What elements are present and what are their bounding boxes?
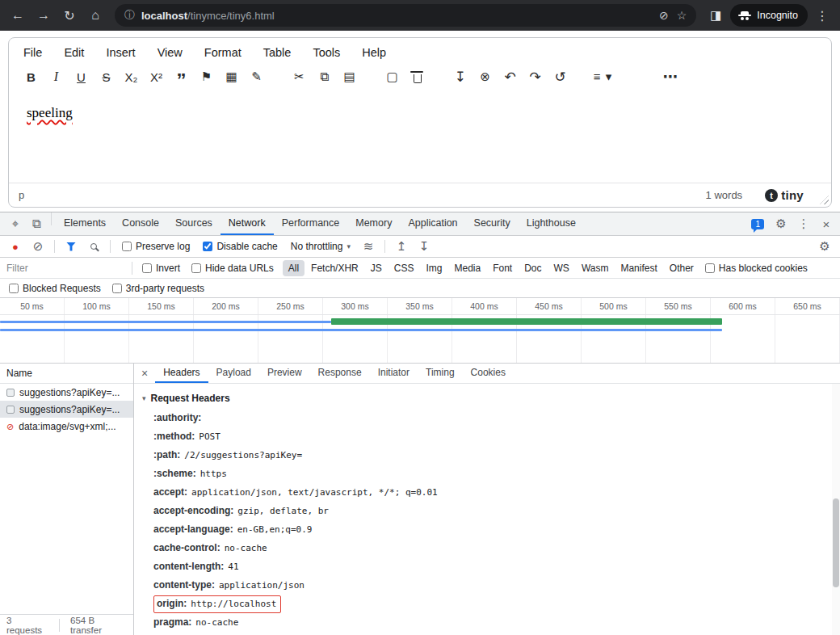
invert-checkbox[interactable]: Invert <box>136 263 186 274</box>
menu-view[interactable]: View <box>158 46 183 59</box>
menu-file[interactable]: File <box>23 46 42 59</box>
password-eye-off-icon[interactable]: ⊘ <box>659 9 669 22</box>
menu-format[interactable]: Format <box>204 46 242 59</box>
tab-elements[interactable]: Elements <box>56 212 114 235</box>
paste-icon[interactable]: ▤ <box>337 65 362 88</box>
filter-doc[interactable]: Doc <box>519 260 547 276</box>
resize-grip[interactable] <box>820 196 829 204</box>
forward-icon[interactable]: → <box>32 4 55 27</box>
issues-badge[interactable]: 1 <box>751 219 764 229</box>
remove-icon[interactable]: ⊗ <box>472 65 498 88</box>
element-path[interactable]: p <box>19 189 24 201</box>
format-painter-icon[interactable]: ⚑ <box>194 65 219 88</box>
tab-console[interactable]: Console <box>114 212 167 235</box>
detail-tab-initiator[interactable]: Initiator <box>370 364 418 383</box>
devtools-settings-icon[interactable]: ⚙ <box>771 212 792 235</box>
third-party-input[interactable] <box>112 284 122 293</box>
name-column-header[interactable]: Name <box>0 364 133 384</box>
request-row-selected[interactable]: suggestions?apiKey=... <box>0 401 133 418</box>
close-detail-icon[interactable]: × <box>134 364 155 383</box>
devtools-more-icon[interactable]: ⋮ <box>793 212 814 235</box>
record-icon[interactable]: ● <box>5 236 26 257</box>
home-icon[interactable]: ⌂ <box>84 4 107 27</box>
throttling-dropdown[interactable]: No throttling ▾ <box>285 241 356 252</box>
filter-manifest[interactable]: Manifest <box>615 260 662 276</box>
scrollbar[interactable] <box>832 384 840 635</box>
export-har-icon[interactable]: ↧ <box>414 236 435 257</box>
underline-icon[interactable]: U <box>69 65 94 88</box>
has-blocked-cookies-input[interactable] <box>705 263 715 273</box>
undo-icon[interactable]: ↶ <box>498 65 523 88</box>
side-panel-icon[interactable]: ◨ <box>704 4 727 27</box>
request-headers-section[interactable]: ▾ Request Headers <box>141 390 827 409</box>
blockquote-icon[interactable]: ” <box>169 65 194 88</box>
download-icon[interactable]: ↧ <box>447 65 472 88</box>
scrollbar-thumb[interactable] <box>833 498 839 587</box>
filter-img[interactable]: Img <box>420 260 447 276</box>
restore-draft-icon[interactable]: ↺ <box>548 65 573 88</box>
back-icon[interactable]: ← <box>6 4 29 27</box>
menu-help[interactable]: Help <box>362 46 386 59</box>
bold-icon[interactable]: B <box>19 65 44 88</box>
italic-icon[interactable]: I <box>44 65 69 88</box>
tab-security[interactable]: Security <box>466 212 519 235</box>
devtools-close-icon[interactable]: × <box>816 212 837 235</box>
more-toolbar-icon[interactable]: ⋯ <box>657 65 682 88</box>
request-row[interactable]: suggestions?apiKey=... <box>0 384 133 401</box>
blocked-requests-checkbox[interactable]: Blocked Requests <box>3 283 107 294</box>
filter-font[interactable]: Font <box>487 260 518 276</box>
hide-data-urls-input[interactable] <box>191 263 201 273</box>
detail-tab-payload[interactable]: Payload <box>208 364 259 383</box>
filter-funnel-icon[interactable] <box>66 242 76 251</box>
highlight-icon[interactable]: ✎ <box>244 65 269 88</box>
has-blocked-cookies-checkbox[interactable]: Has blocked cookies <box>699 263 813 274</box>
misspelled-word[interactable]: speeling <box>27 105 73 120</box>
tab-performance[interactable]: Performance <box>274 212 348 235</box>
word-count[interactable]: 1 words <box>706 189 743 201</box>
editor-content[interactable]: speeling <box>9 95 831 183</box>
align-icon[interactable]: ≡ ▾ <box>590 65 615 88</box>
device-toolbar-icon[interactable]: ⧉ <box>26 212 47 235</box>
tab-lighthouse[interactable]: Lighthouse <box>519 212 584 235</box>
disable-cache-checkbox[interactable]: Disable cache <box>197 241 283 252</box>
strikethrough-icon[interactable]: S <box>94 65 119 88</box>
select-all-icon[interactable]: ▢ <box>380 65 405 88</box>
site-info-icon[interactable]: ⓘ <box>124 8 135 23</box>
inspect-element-icon[interactable]: ⌖ <box>5 212 26 235</box>
filter-ws[interactable]: WS <box>548 260 575 276</box>
address-bar[interactable]: ⓘ localhost/tinymce/tiny6.html ⊘ ☆ <box>115 4 696 27</box>
detail-tab-headers[interactable]: Headers <box>155 364 208 383</box>
url-text[interactable]: localhost/tinymce/tiny6.html <box>141 10 653 22</box>
network-settings-icon[interactable]: ⚙ <box>814 239 835 254</box>
menu-edit[interactable]: Edit <box>64 46 84 59</box>
filter-fetch-xhr[interactable]: Fetch/XHR <box>305 260 364 276</box>
invert-input[interactable] <box>142 263 152 273</box>
detail-tab-response[interactable]: Response <box>310 364 370 383</box>
preserve-log-checkbox[interactable]: Preserve log <box>116 241 195 252</box>
search-icon[interactable] <box>90 243 97 250</box>
detail-tab-preview[interactable]: Preview <box>259 364 310 383</box>
subscript-icon[interactable]: X₂ <box>119 65 144 88</box>
tab-application[interactable]: Application <box>400 212 465 235</box>
blocked-requests-input[interactable] <box>9 284 19 293</box>
tab-sources[interactable]: Sources <box>167 212 220 235</box>
superscript-icon[interactable]: X² <box>144 65 169 88</box>
network-overview[interactable]: 50 ms 100 ms 150 ms 200 ms 250 ms 300 ms… <box>0 298 840 364</box>
menu-tools[interactable]: Tools <box>313 46 340 59</box>
tab-network[interactable]: Network <box>220 212 274 235</box>
disable-cache-input[interactable] <box>203 242 212 251</box>
copy-icon[interactable]: ⧉ <box>312 65 337 88</box>
third-party-checkbox[interactable]: 3rd-party requests <box>107 283 210 294</box>
insert-image-icon[interactable]: ▦ <box>219 65 244 88</box>
menu-table[interactable]: Table <box>263 46 292 59</box>
tab-memory[interactable]: Memory <box>347 212 400 235</box>
filter-js[interactable]: JS <box>365 260 388 276</box>
hide-data-urls-checkbox[interactable]: Hide data URLs <box>186 263 279 274</box>
cut-icon[interactable]: ✂ <box>287 65 312 88</box>
filter-wasm[interactable]: Wasm <box>576 260 615 276</box>
filter-other[interactable]: Other <box>664 260 699 276</box>
filter-css[interactable]: CSS <box>388 260 420 276</box>
headers-view[interactable]: ▾ Request Headers :authority: :method:PO… <box>134 384 840 635</box>
request-row[interactable]: ⊘ data:image/svg+xml;... <box>0 418 133 435</box>
trash-icon[interactable] <box>405 65 430 88</box>
